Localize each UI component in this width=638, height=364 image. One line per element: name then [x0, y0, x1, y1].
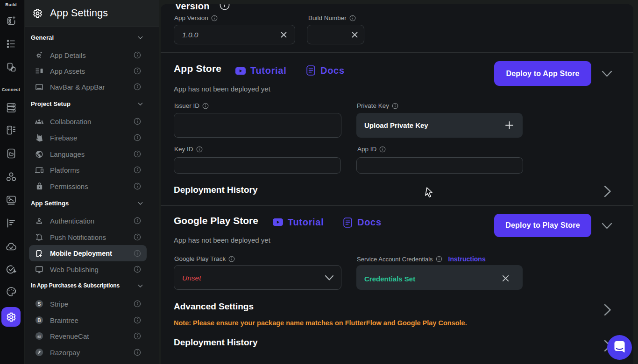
svg-text:cat: cat	[37, 335, 41, 337]
svg-text:B: B	[37, 318, 41, 323]
svg-text:S: S	[38, 301, 41, 307]
